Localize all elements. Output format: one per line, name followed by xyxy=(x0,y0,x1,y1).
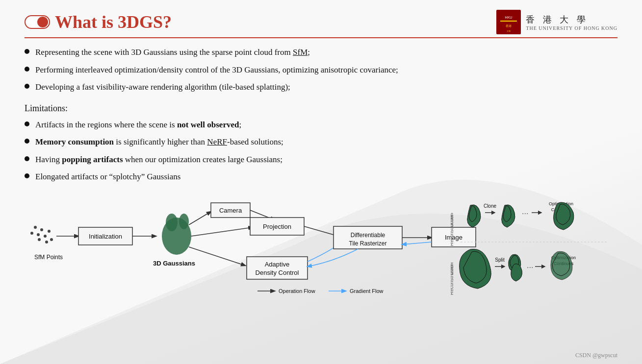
split-label: Split xyxy=(495,257,505,263)
slide-content: What is 3DGS? HKU 香港 大學 香 港 大 學 THE UNIV… xyxy=(0,0,642,306)
svg-text:Differentiable: Differentiable xyxy=(351,232,385,239)
svg-point-11 xyxy=(38,238,41,241)
svg-text:...: ... xyxy=(522,207,528,216)
limit-2: Memory consumption is significantly high… xyxy=(25,136,617,148)
svg-point-19 xyxy=(179,214,189,229)
svg-point-9 xyxy=(34,226,37,229)
limit-3: Having popping artifacts when our optimi… xyxy=(25,153,617,166)
diagram-section: SfM Points Initialization 3D Gaussians C… xyxy=(25,193,617,301)
svg-text:Tile Rasterizer: Tile Rasterizer xyxy=(349,240,387,247)
svg-text:Operation Flow: Operation Flow xyxy=(279,288,315,294)
limit-1-bold: not well observed xyxy=(177,120,239,129)
logo-text: 香 港 大 學 THE UNIVERSITY OF HONG KONG xyxy=(526,14,617,31)
clone-label: Clone xyxy=(484,203,497,209)
svg-point-7 xyxy=(44,235,47,238)
bullet-1-text: Representing the scene with 3D Gaussians… xyxy=(35,46,310,59)
svg-text:大學: 大學 xyxy=(507,30,511,32)
bullet-1: Representing the scene with 3D Gaussians… xyxy=(25,46,617,59)
svg-point-5 xyxy=(40,228,43,231)
limit-3-text: Having popping artifacts when our optimi… xyxy=(35,153,282,166)
svg-point-10 xyxy=(50,238,53,241)
bullet-2-text: Performing interleaved optimization/dens… xyxy=(35,64,398,76)
svg-text:Adaptive: Adaptive xyxy=(265,261,290,268)
main-bullets: Representing the scene with 3D Gaussians… xyxy=(25,46,617,94)
svg-point-13 xyxy=(30,232,33,235)
svg-text:...: ... xyxy=(527,261,533,269)
limitations-label: Limitations: xyxy=(25,103,617,114)
svg-point-8 xyxy=(48,230,51,233)
init-label: Initialization xyxy=(89,233,122,240)
limit-4: Elongated artifacts or “splotchy” Gaussi… xyxy=(25,170,617,183)
svg-line-20 xyxy=(189,212,211,225)
logo-area: HKU 香港 大學 香 港 大 學 THE UNIVERSITY OF HONG… xyxy=(496,10,617,34)
svg-rect-2 xyxy=(500,21,517,22)
popping-bold: popping artifacts xyxy=(62,155,123,164)
sfm-ref: SfM xyxy=(293,48,308,57)
reconstruction-diagram-svg: Under- Reconstruction Over- Reconstructi… xyxy=(451,193,617,301)
toggle-icon xyxy=(25,15,50,29)
projection-label: Projection xyxy=(263,223,291,230)
nerf-ref: NeRF xyxy=(207,137,227,146)
toggle-knob xyxy=(37,17,48,27)
logo-english: THE UNIVERSITY OF HONG KONG xyxy=(526,25,617,31)
slide: What is 3DGS? HKU 香港 大學 香 港 大 學 THE UNIV… xyxy=(0,0,642,364)
svg-point-18 xyxy=(166,214,178,231)
title-area: What is 3DGS? xyxy=(25,12,172,32)
hku-emblem: HKU 香港 大學 xyxy=(496,10,521,34)
bullet-3: Developing a fast visibility-aware rende… xyxy=(25,81,617,94)
limit-4-text: Elongated artifacts or “splotchy” Gaussi… xyxy=(35,170,180,183)
bullet-dot-1 xyxy=(25,49,29,54)
svg-line-23 xyxy=(191,227,253,236)
svg-line-35 xyxy=(402,242,432,244)
svg-point-12 xyxy=(45,241,48,243)
limit-1-text: Artifacts in the regions where the scene… xyxy=(35,119,241,131)
slide-title: What is 3DGS? xyxy=(55,12,172,32)
memory-bold: Memory consumption xyxy=(35,137,114,146)
svg-text:HKU: HKU xyxy=(505,16,513,19)
limit-dot-3 xyxy=(25,156,29,161)
flow-diagram-svg: SfM Points Initialization 3D Gaussians C… xyxy=(25,193,505,301)
header-divider xyxy=(25,37,617,38)
bullet-dot-3 xyxy=(25,84,29,89)
limitations-bullets: Artifacts in the regions where the scene… xyxy=(25,119,617,183)
footer-credit: CSDN @gwpscut xyxy=(575,352,617,359)
bullet-2: Performing interleaved optimization/dens… xyxy=(25,64,617,76)
limit-dot-1 xyxy=(25,121,29,126)
under-recon-label2: Reconstruction xyxy=(451,213,454,246)
svg-line-29 xyxy=(189,247,245,266)
camera-label: Camera xyxy=(219,207,242,214)
svg-point-6 xyxy=(37,233,40,236)
sfm-label: SfM Points xyxy=(34,254,63,261)
gaussians-label: 3D Gaussians xyxy=(153,260,195,267)
limit-1: Artifacts in the regions where the scene… xyxy=(25,119,617,131)
svg-text:香港: 香港 xyxy=(506,24,512,27)
header: What is 3DGS? HKU 香港 大學 香 港 大 學 THE UNIV… xyxy=(25,10,617,34)
logo-chinese: 香 港 大 學 xyxy=(526,14,617,25)
bullet-dot-2 xyxy=(25,67,29,72)
over-recon-label2: Reconstruction xyxy=(451,262,454,295)
limit-dot-4 xyxy=(25,173,29,178)
bullet-3-text: Developing a fast visibility-aware rende… xyxy=(35,81,290,94)
limit-2-text: Memory consumption is significantly high… xyxy=(35,136,283,148)
limit-dot-2 xyxy=(25,139,29,144)
svg-text:Gradient Flow: Gradient Flow xyxy=(350,288,384,294)
svg-text:Density Control: Density Control xyxy=(256,269,299,276)
